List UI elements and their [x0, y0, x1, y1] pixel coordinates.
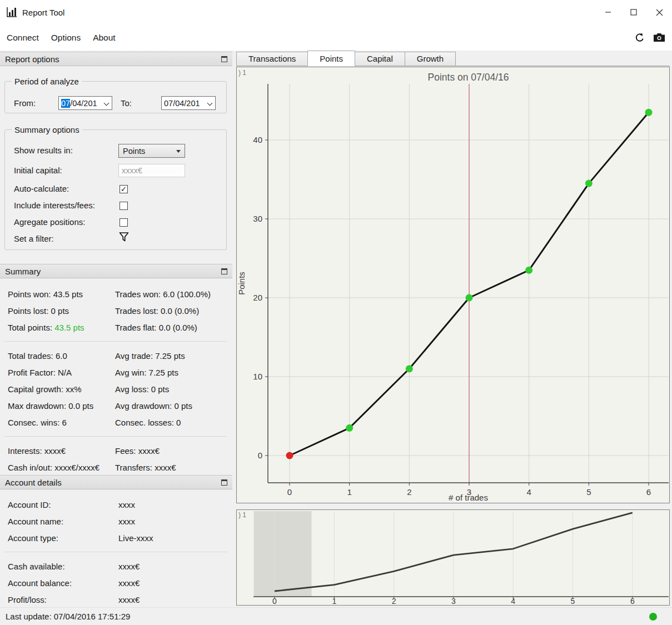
svg-text:40: 40 — [253, 135, 262, 144]
tab-transactions[interactable]: Transactions — [236, 52, 308, 66]
report-options-group: Report options Period of analyze From: 0… — [0, 52, 232, 250]
summary-cell: Points won: 43.5 pts — [8, 289, 115, 299]
summary-row: Profit Factor: N/AAvg win: 7.25 pts — [8, 364, 228, 381]
left-panel: Report options Period of analyze From: 0… — [0, 51, 232, 607]
close-button[interactable] — [646, 0, 672, 24]
summary-options-box: Summary options Show results in: Points … — [4, 129, 227, 250]
separator — [4, 341, 227, 342]
svg-text:) 1: ) 1 — [238, 511, 246, 519]
aggregate-positions-label: Agregate positions: — [14, 218, 85, 227]
separator — [4, 436, 227, 437]
summary-header: Summary — [0, 264, 232, 278]
auto-calculate-label: Auto-calculate: — [14, 184, 69, 193]
set-filter-label: Set a filter: — [14, 234, 54, 243]
window-title: Report Tool — [22, 8, 64, 17]
app-icon — [6, 6, 18, 18]
chevron-down-icon — [104, 101, 109, 106]
separator — [4, 552, 227, 552]
summary-cell: Trades won: 6.0 (100.0%) — [115, 289, 228, 299]
summary-row: Total trades: 6.0Avg trade: 7.25 pts — [8, 347, 228, 364]
summary-cell: Avg drawdown: 0 pts — [115, 401, 228, 411]
show-results-label: Show results in: — [14, 146, 73, 155]
summary-group: Summary Points won: 43.5 ptsTrades won: … — [0, 264, 232, 476]
group-title: Summary — [5, 267, 221, 276]
svg-text:1: 1 — [347, 487, 351, 497]
summary-row: Points lost: 0 ptsTrades lost: 0.0 (0.0%… — [8, 302, 228, 319]
group-title: Account details — [5, 478, 221, 487]
account-row: Cash available:xxxx€ — [8, 558, 228, 574]
refresh-icon[interactable] — [634, 32, 645, 43]
summary-cell: Trades lost: 0.0 (0.0%) — [115, 306, 228, 316]
menu-options[interactable]: Options — [46, 29, 86, 46]
summary-cell: Consec. wins: 6 — [8, 418, 115, 427]
summary-row: Interests: xxxx€Fees: xxxx€ — [8, 442, 228, 459]
tab-growth[interactable]: Growth — [405, 52, 456, 66]
summary-cell: Total trades: 6.0 — [8, 351, 115, 361]
undock-icon[interactable] — [221, 479, 227, 486]
summary-cell: Cash in/out: xxxx€/xxxx€ — [8, 463, 115, 472]
svg-text:10: 10 — [253, 372, 262, 381]
filter-icon[interactable] — [118, 232, 131, 244]
svg-text:6: 6 — [630, 597, 635, 605]
menu-bar: Connect Options About — [0, 24, 672, 51]
summary-cell: Total points: 43.5 pts — [8, 323, 115, 332]
close-icon — [656, 9, 663, 16]
account-row: Profit/loss:xxxx€ — [8, 591, 228, 608]
status-bar: Last update: 07/04/2016 17:51:29 — [0, 607, 672, 625]
menu-about[interactable]: About — [87, 29, 121, 46]
tab-bar: TransactionsPointsCapitalGrowth — [236, 51, 670, 66]
chevron-down-icon — [207, 101, 213, 106]
summary-cell: Transfers: xxxx€ — [115, 463, 228, 472]
navigator-chart[interactable]: 0123456) 1 — [237, 510, 669, 605]
show-results-select[interactable]: Points — [118, 144, 185, 158]
last-update-text: Last update: 07/04/2016 17:51:29 — [6, 612, 130, 621]
dropdown-arrow-icon — [176, 150, 181, 153]
menu-connect[interactable]: Connect — [1, 29, 44, 46]
summary-cell: Points lost: 0 pts — [8, 306, 115, 316]
highlighted-value: 43.5 pts — [54, 323, 84, 332]
fieldset-legend: Period of analyze — [12, 77, 82, 86]
undock-icon[interactable] — [221, 268, 227, 274]
svg-text:4: 4 — [527, 487, 531, 497]
account-row: Account ID:xxxx — [8, 496, 228, 513]
minimize-button[interactable] — [595, 0, 621, 24]
svg-text:) 1: ) 1 — [238, 69, 246, 77]
from-label: From: — [14, 99, 36, 108]
include-interests-checkbox[interactable] — [120, 202, 128, 210]
summary-cell: Profit Factor: N/A — [8, 368, 115, 377]
account-body: Account ID:xxxxAccount name:xxxxAccount … — [0, 489, 232, 608]
include-interests-label: Include interests/fees: — [14, 201, 95, 210]
aggregate-positions-checkbox[interactable] — [120, 218, 128, 227]
fieldset-legend: Summary options — [12, 125, 82, 134]
tab-points[interactable]: Points — [307, 51, 355, 66]
screenshot-icon[interactable] — [653, 33, 665, 42]
group-title: Report options — [5, 54, 221, 64]
chart-panel: TransactionsPointsCapitalGrowth 01234560… — [236, 51, 672, 607]
summary-row: Total points: 43.5 ptsTrades flat: 0.0 (… — [8, 319, 228, 336]
summary-cell: Avg trade: 7.25 pts — [115, 351, 228, 361]
tab-capital[interactable]: Capital — [355, 52, 405, 66]
from-date-select[interactable]: 07/04/201 — [58, 96, 112, 110]
points-chart[interactable]: 0123456010203040Points on 07/04/16# of t… — [237, 67, 669, 503]
svg-text:0: 0 — [258, 451, 262, 460]
maximize-button[interactable] — [621, 0, 646, 24]
svg-text:3: 3 — [451, 597, 456, 605]
svg-text:5: 5 — [586, 487, 591, 497]
auto-calculate-checkbox[interactable]: ✓ — [120, 185, 128, 193]
report-options-header: Report options — [0, 52, 232, 66]
svg-text:6: 6 — [646, 487, 651, 497]
to-date-select[interactable]: 07/04/201 — [161, 96, 216, 110]
svg-text:30: 30 — [253, 214, 262, 223]
to-label: To: — [121, 99, 132, 108]
account-details-group: Account details Account ID:xxxxAccount n… — [0, 475, 232, 608]
summary-cell: Capital growth: xx% — [8, 384, 115, 394]
svg-text:20: 20 — [253, 293, 262, 302]
account-row: Account balance:xxxx€ — [8, 574, 228, 591]
account-row: Account name:xxxx — [8, 513, 228, 529]
summary-body: Points won: 43.5 ptsTrades won: 6.0 (100… — [0, 278, 232, 476]
undock-icon[interactable] — [221, 56, 227, 62]
initial-capital-input[interactable] — [118, 164, 185, 177]
svg-text:0: 0 — [287, 487, 292, 497]
account-details-header: Account details — [0, 475, 232, 489]
svg-text:# of trades: # of trades — [449, 493, 488, 502]
